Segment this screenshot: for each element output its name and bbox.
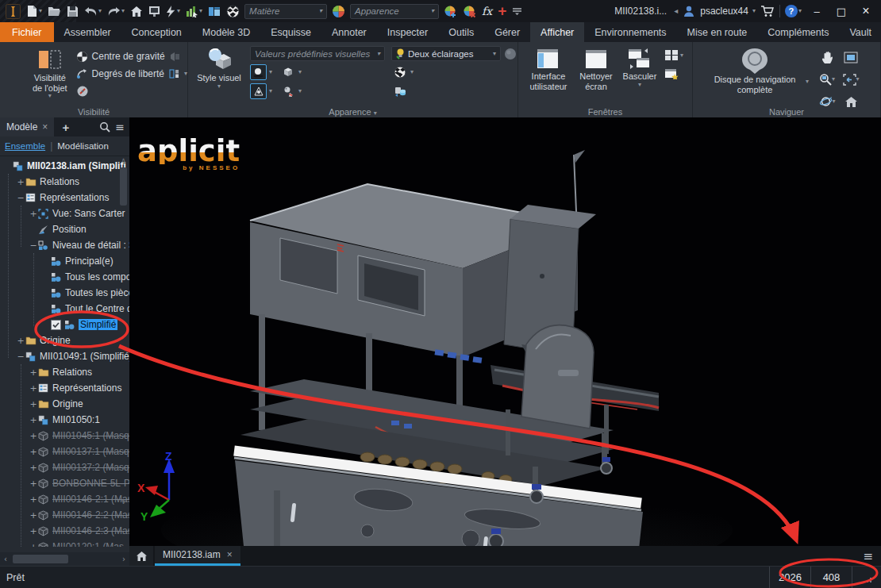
environment-sphere-icon[interactable] bbox=[504, 48, 517, 60]
material-combo[interactable]: Matière ▾ bbox=[244, 4, 327, 19]
browser-search-button[interactable] bbox=[99, 121, 110, 133]
tree-row[interactable]: +MII01050:1 bbox=[0, 412, 129, 428]
help-button[interactable]: ? ▾ bbox=[784, 4, 802, 18]
tree-horizontal-scrollbar[interactable]: ‹ › bbox=[0, 552, 129, 566]
scroll-right-icon[interactable]: › bbox=[118, 555, 129, 563]
tree-row[interactable]: Principal(e) bbox=[0, 253, 129, 269]
panel-label-apparence[interactable]: Apparence ▾ bbox=[188, 107, 517, 117]
compass-button[interactable] bbox=[76, 83, 187, 100]
zoom-window-icon[interactable] bbox=[843, 74, 856, 86]
measure-chart-button[interactable]: ▾ bbox=[185, 5, 203, 18]
ribbon-tab-inspecter[interactable]: Inspecter bbox=[377, 22, 438, 42]
perspective-button[interactable] bbox=[250, 83, 267, 99]
reflections-caret-icon[interactable]: ▾ bbox=[298, 69, 302, 75]
reflections-button[interactable] bbox=[279, 64, 296, 80]
save-button[interactable] bbox=[66, 5, 79, 18]
switch-windows-button[interactable]: Basculer ▾ bbox=[618, 46, 661, 88]
tree-row[interactable]: −MII01049:1 (Simplifié) bbox=[0, 348, 129, 364]
tree-row[interactable]: +MII00146-2:3 (Mas bbox=[0, 523, 129, 539]
tree-row[interactable]: +MII00137:1 (Masqu bbox=[0, 444, 129, 459]
shadows-caret-icon[interactable]: ▾ bbox=[269, 69, 272, 75]
user-name[interactable]: psacleux44 bbox=[700, 6, 748, 17]
ribbon-tab-assembler[interactable]: Assembler bbox=[54, 22, 121, 42]
tile-windows-icon[interactable] bbox=[664, 49, 679, 61]
tree-vscroll-thumb[interactable] bbox=[120, 167, 127, 206]
appearance-adjust-button[interactable] bbox=[443, 4, 458, 19]
ribbon-tab-conception[interactable]: Conception bbox=[121, 22, 192, 42]
qat-customize-button[interactable] bbox=[511, 7, 523, 16]
tree-checkbox[interactable] bbox=[51, 320, 63, 330]
tree-row[interactable]: +MII00146-2:2 (Mas bbox=[0, 507, 129, 523]
new-file-button[interactable]: ▾ bbox=[25, 4, 43, 18]
tree-row[interactable]: +Représentations bbox=[0, 380, 129, 396]
tree-expander-icon[interactable]: + bbox=[29, 209, 38, 218]
tree-expander-icon[interactable]: + bbox=[29, 448, 38, 456]
tree-expander-icon[interactable]: + bbox=[16, 336, 25, 345]
ribbon-tab-fichier[interactable]: Fichier bbox=[0, 22, 54, 42]
tree-expander-icon[interactable]: + bbox=[16, 178, 25, 186]
scroll-left-icon[interactable]: ‹ bbox=[0, 555, 11, 563]
tree-expander-icon[interactable]: + bbox=[29, 463, 38, 472]
ribbon-tab-outils[interactable]: Outils bbox=[438, 22, 484, 42]
tree-row[interactable]: +BONBONNE-5L-PP:2 bbox=[0, 475, 129, 491]
store-cart-button[interactable] bbox=[760, 5, 775, 18]
lighting-combo[interactable]: Deux éclairages ▾ bbox=[391, 46, 501, 61]
appearance-combo[interactable]: Apparence ▾ bbox=[350, 4, 439, 19]
tree-hscroll-thumb[interactable] bbox=[13, 555, 68, 563]
ribbon-tab-compl-ments[interactable]: Compléments bbox=[757, 22, 839, 42]
tree-row[interactable]: +Relations bbox=[0, 174, 129, 190]
tree-row[interactable]: +Origine bbox=[0, 332, 129, 348]
zoom-window-caret-icon[interactable]: ▾ bbox=[856, 76, 860, 83]
viewport-3d[interactable]: × bbox=[129, 117, 881, 546]
minimize-button[interactable]: – bbox=[806, 2, 827, 20]
tree-row[interactable]: +Relations bbox=[0, 364, 129, 380]
zoom-caret-icon[interactable]: ▾ bbox=[832, 76, 835, 83]
ribbon-tab-mod-le-3d[interactable]: Modèle 3D bbox=[192, 22, 260, 42]
tree-row[interactable]: −Représentations bbox=[0, 190, 129, 206]
browser-tab-close-icon[interactable]: × bbox=[42, 121, 48, 133]
open-button[interactable] bbox=[47, 5, 62, 17]
presentation-button[interactable] bbox=[148, 5, 161, 18]
tree-row[interactable]: Position bbox=[0, 221, 129, 237]
tree-expander-icon[interactable]: + bbox=[29, 511, 38, 520]
visual-presets-combo[interactable]: Valeurs prédéfinies visuelles ▾ bbox=[250, 46, 385, 61]
component-blocks-button[interactable] bbox=[207, 5, 221, 18]
appearance-wheel-icon[interactable] bbox=[331, 4, 346, 19]
user-menu-caret-icon[interactable]: ▾ bbox=[752, 8, 756, 14]
document-tab-active[interactable]: MII02138.iam × bbox=[155, 546, 240, 566]
mode-link-modelisation[interactable]: Modélisation bbox=[57, 141, 109, 151]
user-interface-button[interactable]: Interface utilisateur bbox=[523, 46, 574, 91]
quick-command-lightning-button[interactable]: ▾ bbox=[165, 5, 181, 18]
tree-row[interactable]: Toutes les pièce bbox=[0, 285, 129, 301]
redo-button[interactable]: ▾ bbox=[106, 6, 125, 17]
app-logo-icon[interactable] bbox=[5, 3, 21, 20]
appearance-clear-button[interactable] bbox=[462, 4, 477, 19]
orbit-caret-icon[interactable]: ▾ bbox=[833, 98, 836, 105]
ribbon-tab-mise-en-route[interactable]: Mise en route bbox=[677, 22, 758, 42]
ground-plane-button[interactable] bbox=[279, 83, 296, 99]
degrees-of-freedom-button[interactable]: Degrés de liberté ▾ bbox=[76, 65, 187, 83]
textures-button[interactable] bbox=[391, 64, 408, 80]
tree-expander-icon[interactable]: + bbox=[29, 416, 38, 425]
tree-expander-icon[interactable]: + bbox=[29, 400, 38, 409]
perspective-caret-icon[interactable]: ▾ bbox=[269, 88, 272, 94]
parameters-fx-button[interactable]: fx bbox=[481, 4, 493, 18]
ribbon-tab-g-rer[interactable]: Gérer bbox=[484, 22, 530, 42]
resize-grip[interactable] bbox=[862, 573, 871, 582]
tree-row[interactable]: +Origine bbox=[0, 396, 129, 412]
browser-tab-modele[interactable]: Modèle × bbox=[0, 117, 54, 136]
new-window-icon[interactable] bbox=[664, 67, 679, 79]
collapse-left-icon[interactable]: ◂ bbox=[674, 7, 678, 15]
home-tab-button[interactable] bbox=[129, 546, 153, 566]
ribbon-tab-annoter[interactable]: Annoter bbox=[321, 22, 377, 42]
tree-expander-icon[interactable]: + bbox=[29, 432, 38, 440]
user-avatar-icon[interactable] bbox=[682, 4, 696, 18]
browser-menu-icon[interactable]: ≡ bbox=[115, 121, 125, 133]
scroll-up-icon[interactable]: ∧ bbox=[119, 156, 128, 164]
refresh-appearance-button[interactable] bbox=[391, 83, 408, 99]
tree-expander-icon[interactable]: + bbox=[29, 368, 38, 377]
ribbon-tab-afficher[interactable]: Afficher bbox=[530, 22, 584, 42]
tree-row[interactable]: Tout le Centre d bbox=[0, 301, 129, 317]
undo-button[interactable]: ▾ bbox=[83, 6, 102, 17]
tree-expander-icon[interactable]: − bbox=[16, 352, 25, 361]
